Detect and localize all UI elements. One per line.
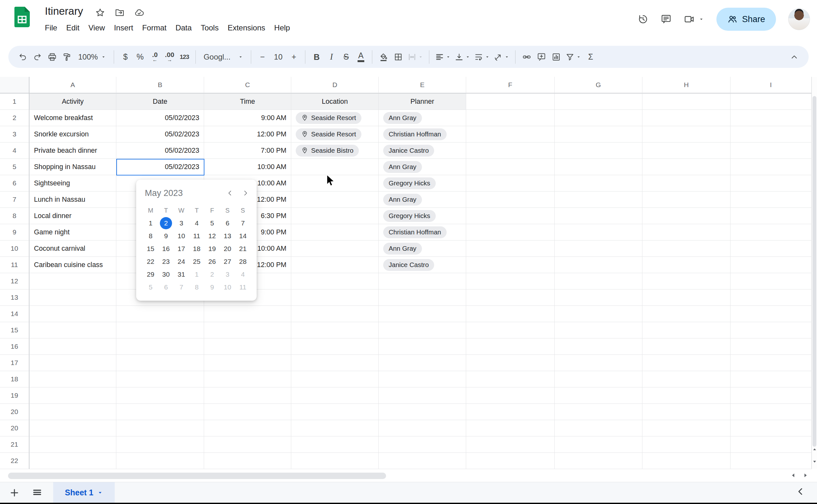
cell-A16[interactable] xyxy=(29,338,116,355)
row-header-21[interactable]: 21 xyxy=(0,436,29,453)
cell-E1[interactable]: Planner xyxy=(379,93,466,110)
calendar-day[interactable]: 21 xyxy=(237,243,249,255)
planner-chip[interactable]: Ann Gray xyxy=(383,112,422,124)
calendar-day[interactable]: 6 xyxy=(160,281,172,293)
cell-F10[interactable] xyxy=(466,240,555,257)
cell-I20[interactable] xyxy=(731,404,812,420)
scroll-up-icon[interactable] xyxy=(812,447,817,452)
cell-D12[interactable] xyxy=(291,273,379,289)
cell-A17[interactable] xyxy=(29,355,116,371)
planner-chip[interactable]: Janice Castro xyxy=(383,145,434,157)
menu-tools[interactable]: Tools xyxy=(196,21,223,35)
cell-A8[interactable]: Local dinner xyxy=(29,208,116,224)
cell-A3[interactable]: Snorkle excursion xyxy=(29,126,116,142)
cell-C19[interactable] xyxy=(204,387,291,404)
menu-help[interactable]: Help xyxy=(270,21,294,35)
cell-D5[interactable] xyxy=(291,159,379,175)
cell-F3[interactable] xyxy=(466,126,555,142)
cell-D23[interactable] xyxy=(291,453,379,469)
cell-B3[interactable]: 05/02/2023 xyxy=(116,126,204,142)
cell-F16[interactable] xyxy=(466,338,555,355)
cell-B4[interactable]: 05/02/2023 xyxy=(116,142,204,159)
row-header-7[interactable]: 7 xyxy=(0,191,29,208)
cell-H7[interactable] xyxy=(642,191,731,208)
add-sheet-button[interactable] xyxy=(8,487,20,499)
cell-G12[interactable] xyxy=(555,273,642,289)
cell-D11[interactable] xyxy=(291,257,379,273)
cell-E17[interactable] xyxy=(379,355,466,371)
calendar-day[interactable]: 6 xyxy=(221,217,233,229)
cell-E23[interactable] xyxy=(379,453,466,469)
share-button[interactable]: Share xyxy=(716,8,776,31)
cell-I3[interactable] xyxy=(731,126,812,142)
cell-G6[interactable] xyxy=(555,175,642,191)
cell-I10[interactable] xyxy=(731,240,812,257)
cell-H19[interactable] xyxy=(642,387,731,404)
cell-H3[interactable] xyxy=(642,126,731,142)
cell-B21b[interactable] xyxy=(116,420,204,436)
menu-edit[interactable]: Edit xyxy=(62,21,84,35)
calendar-day[interactable]: 29 xyxy=(144,268,157,280)
cell-I13[interactable] xyxy=(731,289,812,306)
cell-H14[interactable] xyxy=(642,306,731,322)
cell-G18[interactable] xyxy=(555,371,642,387)
cell-E9[interactable]: Christian Hoffman xyxy=(379,224,466,240)
cell-G9[interactable] xyxy=(555,224,642,240)
calendar-day[interactable]: 5 xyxy=(144,281,157,293)
cell-B1[interactable]: Date xyxy=(116,93,204,110)
row-header-16[interactable]: 16 xyxy=(0,338,29,355)
cell-F11[interactable] xyxy=(466,257,555,273)
row-header-17[interactable]: 17 xyxy=(0,355,29,371)
cell-E6[interactable]: Gregory Hicks xyxy=(379,175,466,191)
all-sheets-button[interactable] xyxy=(31,487,43,499)
cell-E5[interactable]: Ann Gray xyxy=(379,159,466,175)
calendar-day[interactable]: 9 xyxy=(160,230,172,242)
menu-insert[interactable]: Insert xyxy=(110,21,138,35)
horizontal-scrollbar[interactable] xyxy=(0,469,817,482)
cell-E13[interactable] xyxy=(379,289,466,306)
calendar-day[interactable]: 13 xyxy=(221,230,233,242)
cell-G20[interactable] xyxy=(555,404,642,420)
cell-F2[interactable] xyxy=(466,110,555,126)
more-formats-button[interactable]: 123 xyxy=(177,49,192,65)
cell-A12[interactable] xyxy=(29,273,116,289)
vertical-align-button[interactable] xyxy=(453,49,472,65)
video-call-dropdown-icon[interactable] xyxy=(699,16,704,22)
cell-A4[interactable]: Private beach dinner xyxy=(29,142,116,159)
cell-I11[interactable] xyxy=(731,257,812,273)
strikethrough-button[interactable]: S xyxy=(339,49,353,65)
row-header-19[interactable]: 19 xyxy=(0,387,29,404)
menu-format[interactable]: Format xyxy=(138,21,171,35)
row-header-5[interactable]: 5 xyxy=(0,159,29,175)
location-chip[interactable]: Seaside Resort xyxy=(296,112,361,124)
column-header-G[interactable]: G xyxy=(555,77,642,93)
cell-E16[interactable] xyxy=(379,338,466,355)
cell-D15[interactable] xyxy=(291,322,379,338)
menu-file[interactable]: File xyxy=(40,21,62,35)
cell-B22[interactable] xyxy=(116,436,204,453)
paint-format-button[interactable] xyxy=(60,49,74,65)
cell-B16[interactable] xyxy=(116,338,204,355)
cell-C21b[interactable] xyxy=(204,420,291,436)
cell-E4[interactable]: Janice Castro xyxy=(379,142,466,159)
column-header-E[interactable]: E xyxy=(379,77,466,93)
cell-A18[interactable] xyxy=(29,371,116,387)
select-all-corner[interactable] xyxy=(0,77,29,93)
cell-H18[interactable] xyxy=(642,371,731,387)
cell-D2[interactable]: Seaside Resort xyxy=(291,110,379,126)
calendar-day[interactable]: 17 xyxy=(175,243,187,255)
cell-H22[interactable] xyxy=(642,436,731,453)
scroll-down-icon[interactable] xyxy=(812,459,817,464)
cell-F21b[interactable] xyxy=(466,420,555,436)
increase-font-size-button[interactable]: + xyxy=(286,49,301,65)
row-header-20b[interactable]: 20 xyxy=(0,420,29,436)
document-title[interactable]: Itinerary xyxy=(45,5,83,17)
cell-G3[interactable] xyxy=(555,126,642,142)
calendar-day[interactable]: 31 xyxy=(175,268,187,280)
calendar-day[interactable]: 4 xyxy=(191,217,203,229)
cell-I23[interactable] xyxy=(731,453,812,469)
cell-D10[interactable] xyxy=(291,240,379,257)
location-chip[interactable]: Seaside Resort xyxy=(296,128,361,140)
cell-B15[interactable] xyxy=(116,322,204,338)
cell-E14[interactable] xyxy=(379,306,466,322)
